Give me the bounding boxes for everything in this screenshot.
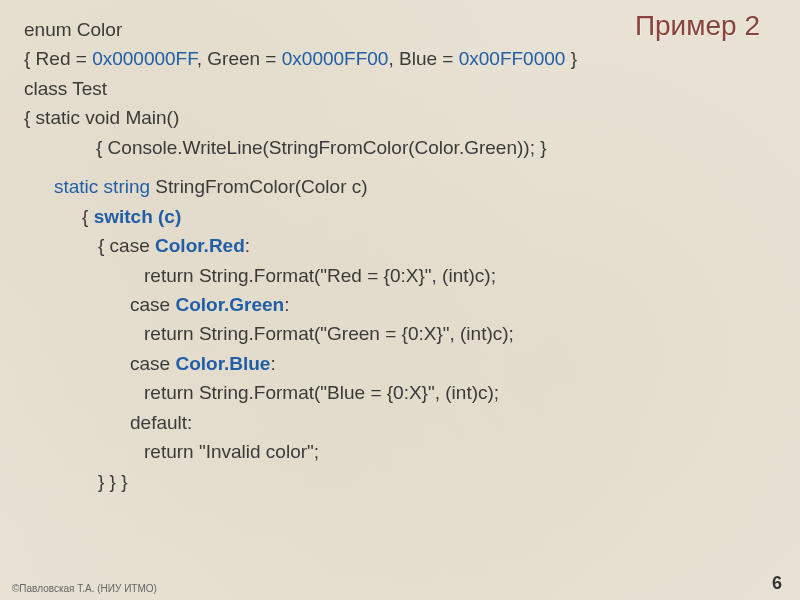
code-line: { switch (c) (24, 202, 776, 231)
code-line: } } } (24, 467, 776, 496)
footer-copyright: ©Павловская Т.А. (НИУ ИТМО) (12, 583, 157, 594)
code-text: , Blue = (388, 48, 458, 69)
code-line: { static void Main() (24, 103, 776, 132)
code-text: : (270, 353, 275, 374)
code-keyword: static string (54, 176, 150, 197)
code-line: default: (24, 408, 776, 437)
code-block: enum Color { Red = 0x000000FF, Green = 0… (24, 15, 776, 496)
code-literal: 0x0000FF00 (282, 48, 389, 69)
code-line: { Red = 0x000000FF, Green = 0x0000FF00, … (24, 44, 776, 73)
slide: Пример 2 enum Color { Red = 0x000000FF, … (0, 0, 800, 600)
code-line: return String.Format("Red = {0:X}", (int… (24, 261, 776, 290)
slide-title: Пример 2 (635, 10, 760, 42)
code-line: case Color.Green: (24, 290, 776, 319)
code-line: case Color.Blue: (24, 349, 776, 378)
code-literal: 0x00FF0000 (459, 48, 566, 69)
code-enum-value: Color.Red (155, 235, 245, 256)
code-line: { case Color.Red: (24, 231, 776, 260)
code-line: static string StringFromColor(Color c) (24, 172, 776, 201)
code-text: { case (98, 235, 155, 256)
page-number: 6 (772, 573, 782, 594)
code-text: case (130, 294, 175, 315)
code-enum-value: Color.Green (175, 294, 284, 315)
code-literal: 0x000000FF (92, 48, 197, 69)
code-enum-value: Color.Blue (175, 353, 270, 374)
code-text: { (82, 206, 94, 227)
code-line: return String.Format("Green = {0:X}", (i… (24, 319, 776, 348)
code-text: : (284, 294, 289, 315)
code-keyword: switch (c) (94, 206, 182, 227)
code-text: : (245, 235, 250, 256)
code-line: { Console.WriteLine(StringFromColor(Colo… (24, 133, 776, 162)
code-line: class Test (24, 74, 776, 103)
code-line: return String.Format("Blue = {0:X}", (in… (24, 378, 776, 407)
code-text: { Red = (24, 48, 92, 69)
code-text: , Green = (197, 48, 282, 69)
code-line: return "Invalid color"; (24, 437, 776, 466)
code-text: StringFromColor(Color c) (150, 176, 367, 197)
code-text: } (565, 48, 577, 69)
code-text: case (130, 353, 175, 374)
